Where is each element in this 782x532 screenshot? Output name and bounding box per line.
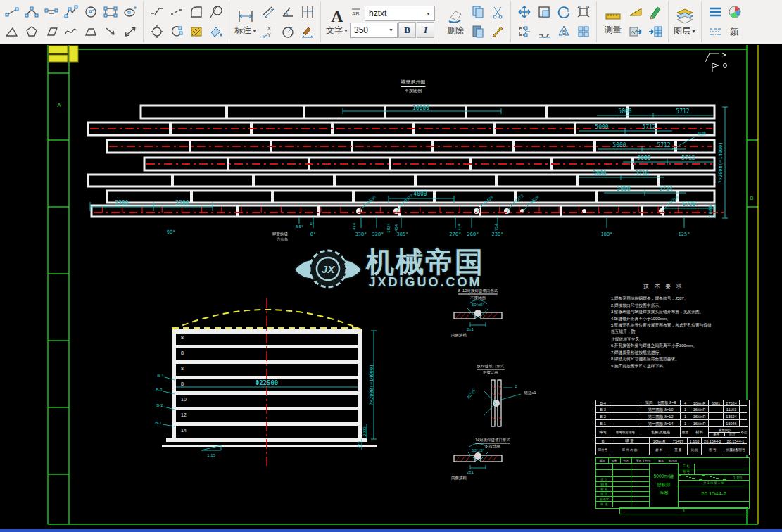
angular-dim-icon[interactable] xyxy=(278,3,297,22)
construction-line-icon[interactable] xyxy=(147,3,166,22)
view-box-icon[interactable] xyxy=(574,3,593,22)
arc-icon[interactable] xyxy=(22,3,41,22)
cell: 6881 xyxy=(709,400,724,405)
double-arrow-icon[interactable] xyxy=(120,23,139,42)
table-row: B-3第三圈板 δ=10116MnR11103 xyxy=(596,405,749,412)
ellipse-icon[interactable] xyxy=(120,3,139,22)
fill-icon[interactable] xyxy=(206,23,225,42)
layer-group: 图层▼ xyxy=(670,0,700,44)
svg-text:AB: AB xyxy=(352,11,360,17)
polyline-icon[interactable] xyxy=(61,3,80,22)
triangle-icon[interactable] xyxy=(2,23,21,42)
dim: 5000 xyxy=(617,186,630,192)
total-label: 总计 xyxy=(725,433,740,436)
radius-dim-icon[interactable] xyxy=(278,23,297,42)
ordinate-dim-icon[interactable]: XY xyxy=(258,23,277,42)
deg-8-5: 8.5° xyxy=(296,224,303,229)
dash-style-icon[interactable] xyxy=(705,23,724,42)
pentagon-icon[interactable] xyxy=(22,23,41,42)
dwg-number-cell: 20.1544-2 xyxy=(679,486,749,502)
angle-label: 330° xyxy=(355,232,367,237)
course-mark: B-3 xyxy=(156,388,162,392)
delete-button[interactable]: 删除 xyxy=(443,2,468,42)
drawing-title-cell: 5000m³罐 壁板部 件图 xyxy=(650,464,679,507)
font-size-select[interactable]: 350▼ xyxy=(350,23,398,38)
scale-icon[interactable] xyxy=(534,3,553,22)
table-export-icon[interactable] xyxy=(645,23,664,42)
parallelogram-icon[interactable] xyxy=(42,23,61,42)
drawing-canvas[interactable]: 罐壁展开图 不按比例 10000 5000 5712 5000 5712 500… xyxy=(0,44,782,532)
color-wheel-icon[interactable] xyxy=(725,3,744,22)
separator xyxy=(668,1,669,42)
dim: 5712 xyxy=(681,155,695,161)
bom-header-row: 件号 图号或标准号 名称及规格 数量 材料 重量(kg) 单件 总计 备注 xyxy=(596,426,749,437)
detail-title: 14对接焊缝坡口形式 xyxy=(475,438,510,444)
transform-group xyxy=(512,0,595,44)
approval-grid: 设 计 制 图 校 核 审 定 标准化 批 准 xyxy=(596,477,650,507)
cell: 27524 xyxy=(724,400,740,405)
cell: 签名 xyxy=(655,458,667,463)
image-export-icon[interactable] xyxy=(626,23,645,42)
measure-group: 测量 xyxy=(598,0,667,44)
cut-icon[interactable] xyxy=(488,3,507,22)
project-label: 工 程 xyxy=(679,464,695,469)
mirror-icon[interactable] xyxy=(554,23,573,42)
array-icon[interactable] xyxy=(574,23,593,42)
separator xyxy=(701,1,702,42)
hatch-icon[interactable] xyxy=(187,23,206,42)
dim: 5712 xyxy=(657,142,670,148)
move-icon[interactable] xyxy=(515,3,534,22)
stretch-icon[interactable] xyxy=(515,23,534,42)
copy-icon[interactable] xyxy=(468,3,487,22)
angle-label: 125° xyxy=(679,232,690,237)
footer-cell: 材 料 xyxy=(650,443,669,455)
measure-button[interactable]: 测量 xyxy=(600,2,626,42)
rectangle-icon[interactable] xyxy=(101,3,120,22)
dimension-button[interactable]: 标注▼ xyxy=(233,2,258,42)
dim-edit-icon[interactable] xyxy=(298,23,317,42)
nameplate-label: 铭牌 xyxy=(698,131,706,137)
svg-text:X: X xyxy=(267,26,271,31)
top-toolbar: 标注▼ XY A 文字▼ AB hztxt▼ xyxy=(0,0,782,44)
angle-label: 0° xyxy=(310,232,316,237)
angle-ruler-icon[interactable] xyxy=(626,3,645,22)
detail-scale-note: 不按比例 xyxy=(485,444,500,449)
layer-button[interactable]: 图层▼ xyxy=(672,2,698,42)
ray-icon[interactable] xyxy=(167,3,186,22)
text-label: 文字 xyxy=(326,25,343,37)
baseline-dim-icon[interactable] xyxy=(298,3,317,22)
circle-icon[interactable] xyxy=(81,3,100,22)
paste-icon[interactable] xyxy=(468,23,487,42)
role-label: 校 核 xyxy=(596,487,613,492)
line-icon[interactable] xyxy=(2,3,21,22)
tech-line: 止焊缝相互交叉。 xyxy=(611,336,712,343)
fillet-icon[interactable] xyxy=(187,3,206,22)
sketch-pencil-icon[interactable] xyxy=(645,3,664,22)
deg-90: 90° xyxy=(167,229,176,235)
tangent-circle-icon[interactable] xyxy=(206,3,225,22)
offset-icon[interactable] xyxy=(534,23,553,42)
bold-button[interactable]: B xyxy=(398,22,416,38)
italic-button[interactable]: I xyxy=(417,22,434,38)
trapezoid-icon[interactable] xyxy=(81,23,100,42)
detail-note: 内侧清根 xyxy=(451,333,467,338)
divide-circle-icon[interactable] xyxy=(147,23,166,42)
dim: 5000 xyxy=(595,124,608,130)
bold-label: B xyxy=(404,25,410,36)
text-style-icon[interactable]: AB xyxy=(350,6,364,20)
centerline-icon[interactable] xyxy=(42,3,61,22)
line-style-icon[interactable] xyxy=(705,3,724,22)
course-thickness: 8 xyxy=(181,366,184,371)
font-select[interactable]: hztxt▼ xyxy=(365,6,435,21)
scale-row: 1:100 xyxy=(679,475,749,481)
rotate-icon[interactable] xyxy=(554,3,573,22)
dimension-group: 标注▼ XY xyxy=(231,0,319,44)
text-button[interactable]: A 文字▼ xyxy=(324,2,350,42)
aligned-dim-icon[interactable] xyxy=(258,3,277,22)
spline-icon[interactable] xyxy=(61,23,80,42)
dim: 5000 xyxy=(612,142,626,148)
format-painter-icon[interactable] xyxy=(488,23,507,42)
arrow-icon[interactable] xyxy=(101,23,120,42)
tech-line: 3.壁板环缝与纵缝焊接接头应错开布置，见展开图。 xyxy=(611,309,712,315)
break-circle-icon[interactable] xyxy=(167,23,186,42)
